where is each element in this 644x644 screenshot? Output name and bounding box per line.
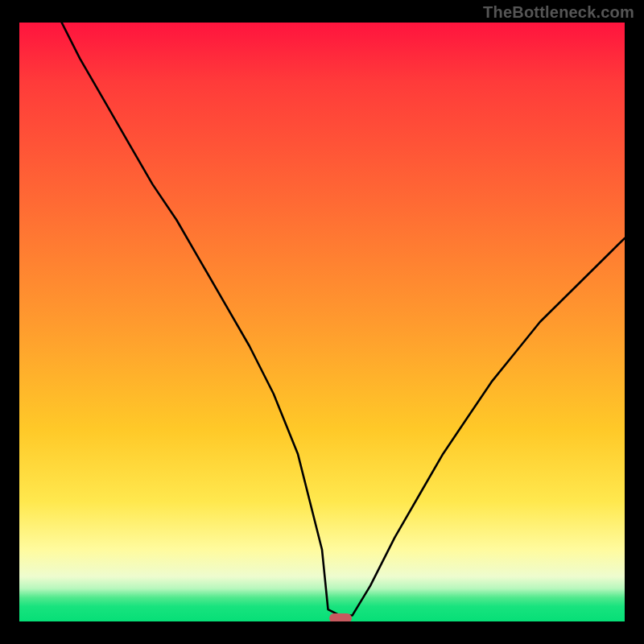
chart-frame: TheBottleneck.com xyxy=(0,0,644,644)
watermark-text: TheBottleneck.com xyxy=(483,3,634,22)
bottleneck-curve xyxy=(19,23,625,621)
plot-area xyxy=(19,23,625,621)
optimal-marker xyxy=(329,613,352,621)
